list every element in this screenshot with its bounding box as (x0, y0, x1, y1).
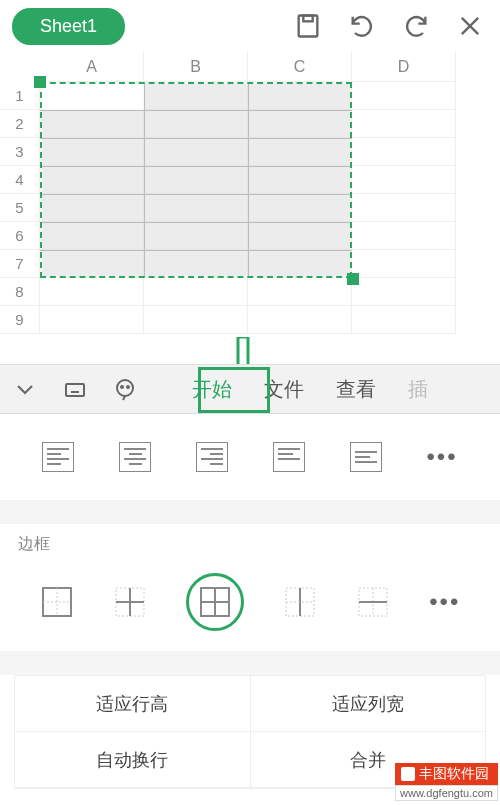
close-icon[interactable] (452, 8, 488, 44)
align-left-button[interactable] (42, 442, 74, 472)
cell[interactable] (40, 110, 144, 138)
align-middle-button[interactable] (350, 442, 382, 472)
align-more-button[interactable]: ••• (426, 443, 457, 471)
cell[interactable] (144, 110, 248, 138)
svg-rect-6 (66, 384, 84, 396)
border-more-button[interactable]: ••• (429, 588, 460, 616)
border-outer-button[interactable] (40, 585, 74, 619)
watermark-title: 丰图软件园 (395, 763, 498, 785)
cell[interactable] (144, 222, 248, 250)
row-header[interactable]: 7 (0, 250, 40, 278)
cell[interactable] (248, 278, 352, 306)
keyboard-icon[interactable] (60, 374, 90, 404)
border-vertical-button[interactable] (283, 585, 317, 619)
cell[interactable] (352, 306, 456, 334)
fit-col-width-button[interactable]: 适应列宽 (251, 676, 486, 732)
align-center-button[interactable] (119, 442, 151, 472)
selection-handle-bottom-right[interactable] (347, 273, 359, 285)
tab-start[interactable]: 开始 (190, 372, 234, 407)
col-header[interactable]: A (40, 52, 144, 82)
cell[interactable] (248, 250, 352, 278)
assistant-icon[interactable] (110, 374, 140, 404)
row-header[interactable]: 9 (0, 306, 40, 334)
tab-view[interactable]: 查看 (334, 372, 378, 407)
row-header[interactable]: 5 (0, 194, 40, 222)
cell[interactable] (248, 222, 352, 250)
spreadsheet-grid[interactable]: A B C D 1 2 3 4 5 6 7 8 9 (0, 52, 500, 364)
cell[interactable] (40, 82, 144, 110)
format-tabbar: 开始 文件 查看 插 (0, 364, 500, 414)
svg-point-11 (117, 380, 133, 396)
border-all-button[interactable] (198, 585, 232, 619)
border-inner-button[interactable] (113, 585, 147, 619)
row-header[interactable]: 6 (0, 222, 40, 250)
chevron-down-icon[interactable] (10, 374, 40, 404)
svg-rect-1 (303, 16, 312, 22)
border-horizontal-button[interactable] (356, 585, 390, 619)
cell[interactable] (352, 278, 456, 306)
align-top-button[interactable] (273, 442, 305, 472)
cell[interactable] (40, 306, 144, 334)
cell[interactable] (144, 82, 248, 110)
cell[interactable] (144, 278, 248, 306)
svg-point-12 (121, 386, 123, 388)
cell[interactable] (248, 110, 352, 138)
cell[interactable] (352, 138, 456, 166)
cell[interactable] (40, 222, 144, 250)
tab-file[interactable]: 文件 (262, 372, 306, 407)
cell[interactable] (248, 194, 352, 222)
tab-more[interactable]: 插 (406, 372, 430, 407)
redo-icon[interactable] (398, 8, 434, 44)
cell[interactable] (40, 194, 144, 222)
cell[interactable] (144, 250, 248, 278)
cell[interactable] (248, 138, 352, 166)
cell[interactable] (248, 166, 352, 194)
save-icon[interactable] (290, 8, 326, 44)
border-panel: ••• (0, 559, 500, 651)
watermark-url: www.dgfengtu.com (395, 785, 498, 801)
border-selected-ring (186, 573, 244, 631)
sheet-tab[interactable]: Sheet1 (12, 8, 125, 45)
fit-row-height-button[interactable]: 适应行高 (15, 676, 251, 732)
topbar: Sheet1 (0, 0, 500, 52)
cell[interactable] (248, 306, 352, 334)
col-header[interactable]: B (144, 52, 248, 82)
row-header[interactable]: 8 (0, 278, 40, 306)
col-header[interactable]: C (248, 52, 352, 82)
cell[interactable] (144, 166, 248, 194)
cell[interactable] (352, 194, 456, 222)
svg-point-13 (127, 386, 129, 388)
row-header[interactable]: 3 (0, 138, 40, 166)
undo-icon[interactable] (344, 8, 380, 44)
cell[interactable] (144, 138, 248, 166)
watermark: 丰图软件园 www.dgfengtu.com (395, 763, 498, 801)
cell[interactable] (352, 222, 456, 250)
cell[interactable] (144, 194, 248, 222)
cell[interactable] (40, 250, 144, 278)
cell[interactable] (40, 166, 144, 194)
cell[interactable] (40, 138, 144, 166)
col-header[interactable]: D (352, 52, 456, 82)
border-section-label: 边框 (0, 524, 500, 559)
cell[interactable] (352, 166, 456, 194)
column-headers: A B C D (40, 52, 500, 82)
wrap-text-button[interactable]: 自动换行 (15, 732, 251, 788)
selection-handle-top-left[interactable] (34, 76, 46, 88)
cell[interactable] (352, 250, 456, 278)
align-right-button[interactable] (196, 442, 228, 472)
row-header[interactable]: 4 (0, 166, 40, 194)
alignment-panel: ••• (0, 414, 500, 500)
cell[interactable] (352, 110, 456, 138)
cell[interactable] (40, 278, 144, 306)
svg-rect-0 (299, 16, 318, 37)
cell[interactable] (144, 306, 248, 334)
cell[interactable] (352, 82, 456, 110)
cell[interactable] (248, 82, 352, 110)
row-header[interactable]: 2 (0, 110, 40, 138)
